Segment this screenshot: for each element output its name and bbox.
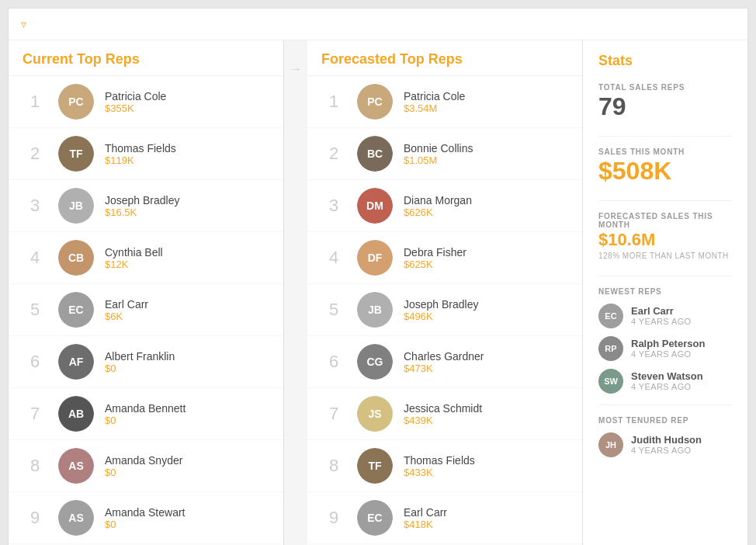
rep-rank: 9 xyxy=(23,508,47,528)
mini-rep-item[interactable]: JH Judith Hudson 4 YEARS AGO xyxy=(598,432,732,457)
rep-name: Earl Carr xyxy=(404,506,568,519)
rep-name: Bonnie Collins xyxy=(404,142,568,154)
rep-name: Thomas Fields xyxy=(404,454,568,467)
avatar: RP xyxy=(598,336,623,361)
avatar: AF xyxy=(58,344,94,380)
rep-rank: 4 xyxy=(321,248,346,268)
list-item[interactable]: 6 AF Albert Franklin $0 xyxy=(9,336,283,388)
middle-panel-title: Forecasted Top Reps xyxy=(321,51,463,67)
rep-rank: 8 xyxy=(321,456,346,476)
avatar: TF xyxy=(357,448,393,484)
filter-icon[interactable]: ▿ xyxy=(21,18,26,30)
rep-name: Ralph Peterson xyxy=(631,338,705,349)
divider-1 xyxy=(598,136,732,137)
list-item[interactable]: 5 JB Joseph Bradley $496K xyxy=(307,284,582,336)
list-item[interactable]: 2 TF Thomas Fields $119K xyxy=(9,128,283,180)
rep-name: Amanda Snyder xyxy=(105,454,269,467)
rep-name: Joseph Bradley xyxy=(404,298,568,311)
rep-rank: 7 xyxy=(321,404,346,424)
rep-name: Cynthia Bell xyxy=(105,246,269,259)
avatar: AS xyxy=(58,500,94,536)
rep-name: Patricia Cole xyxy=(105,90,269,102)
left-panel-title: Current Top Reps xyxy=(23,51,140,67)
rep-name: Earl Carr xyxy=(105,298,269,311)
rep-name: Albert Franklin xyxy=(105,350,269,363)
rep-value: $119K xyxy=(105,154,269,166)
rep-value: $473K xyxy=(404,363,568,374)
middle-panel-header: Forecasted Top Reps xyxy=(307,40,582,76)
mini-rep-item[interactable]: EC Earl Carr 4 YEARS AGO xyxy=(598,304,732,328)
total-sales-reps-label: TOTAL SALES REPS xyxy=(598,83,732,92)
rep-rank: 5 xyxy=(23,300,47,320)
rep-rank: 4 xyxy=(23,248,47,268)
left-panel: Current Top Reps 1 PC Patricia Cole $355… xyxy=(9,40,284,545)
tenured-label: MOST TENURED REP xyxy=(598,416,732,425)
rep-value: $625K xyxy=(404,259,568,270)
rep-value: $0 xyxy=(105,363,269,374)
rep-rank: 9 xyxy=(321,508,346,528)
current-rep-list: 1 PC Patricia Cole $355K 2 TF Thomas Fie… xyxy=(9,76,283,545)
forecasted-sublabel: 128% MORE THAN LAST MONTH xyxy=(598,252,732,260)
rep-sub: 4 YEARS AGO xyxy=(631,382,703,391)
divider-2 xyxy=(598,200,732,201)
divider-3 xyxy=(598,276,732,276)
rep-name: Jessica Schmidt xyxy=(404,402,568,415)
list-item[interactable]: 2 BC Bonnie Collins $1.05M xyxy=(307,128,582,180)
rep-rank: 7 xyxy=(23,404,47,424)
mini-rep-item[interactable]: RP Ralph Peterson 4 YEARS AGO xyxy=(598,336,732,361)
list-item[interactable]: 5 EC Earl Carr $6K xyxy=(9,284,283,336)
rep-rank: 6 xyxy=(23,352,47,372)
list-item[interactable]: 4 CB Cynthia Bell $12K xyxy=(9,232,283,284)
list-item[interactable]: 8 TF Thomas Fields $433K xyxy=(307,440,582,492)
list-item[interactable]: 7 JS Jessica Schmidt $439K xyxy=(307,388,582,440)
rep-rank: 6 xyxy=(321,352,346,372)
list-item[interactable]: 3 JB Joseph Bradley $16.5K xyxy=(9,180,283,232)
rep-rank: 1 xyxy=(23,92,47,112)
rep-name: Diana Morgan xyxy=(404,194,568,207)
avatar: AS xyxy=(58,448,94,484)
list-item[interactable]: 3 DM Diana Morgan $626K xyxy=(307,180,582,232)
list-item[interactable]: 4 DF Debra Fisher $625K xyxy=(307,232,582,284)
rep-value: $433K xyxy=(404,467,568,478)
avatar: BC xyxy=(357,136,393,172)
rep-name: Thomas Fields xyxy=(105,142,269,154)
rep-value: $0 xyxy=(105,467,269,478)
sales-month-block: SALES THIS MONTH $508K xyxy=(598,148,732,185)
rep-rank: 3 xyxy=(321,196,346,216)
avatar: EC xyxy=(58,292,94,328)
avatar: AB xyxy=(58,396,94,432)
rep-name: Debra Fisher xyxy=(404,246,568,259)
forecasted-block: FORECASTED SALES THIS MONTH $10.6M 128% … xyxy=(598,212,732,259)
rep-value: $0 xyxy=(105,415,269,426)
rep-sub: 4 YEARS AGO xyxy=(631,349,705,359)
list-item[interactable]: 8 AS Amanda Snyder $0 xyxy=(9,440,283,492)
list-item[interactable]: 1 PC Patricia Cole $3.54M xyxy=(307,76,582,128)
rep-rank: 2 xyxy=(23,144,47,164)
avatar: SW xyxy=(598,369,623,394)
avatar: CB xyxy=(58,240,94,276)
list-item[interactable]: 9 EC Earl Carr $418K xyxy=(307,492,582,544)
list-item[interactable]: 1 PC Patricia Cole $355K xyxy=(9,76,283,128)
avatar: JB xyxy=(357,292,393,328)
avatar: EC xyxy=(357,500,393,536)
list-item[interactable]: 6 CG Charles Gardner $473K xyxy=(307,336,582,388)
avatar: TF xyxy=(58,136,94,172)
list-item[interactable]: 9 AS Amanda Stewart $0 xyxy=(9,492,283,544)
total-sales-reps-value: 79 xyxy=(598,93,732,120)
arrow-icon: → xyxy=(290,62,302,76)
main-container: ▿ Current Top Reps 1 PC Patricia Cole $3… xyxy=(8,8,748,545)
tenured-rep-list: JH Judith Hudson 4 YEARS AGO xyxy=(598,432,732,457)
avatar: DF xyxy=(357,240,393,276)
avatar: JS xyxy=(357,396,393,432)
rep-value: $3.54M xyxy=(404,102,568,114)
rep-value: $12K xyxy=(105,259,269,270)
rep-value: $355K xyxy=(105,102,269,114)
list-item[interactable]: 7 AB Amanda Bennett $0 xyxy=(9,388,283,440)
left-panel-header: Current Top Reps xyxy=(9,40,283,76)
avatar: JB xyxy=(58,188,94,224)
avatar: PC xyxy=(357,84,393,120)
mini-rep-item[interactable]: SW Steven Watson 4 YEARS AGO xyxy=(598,369,732,394)
rep-name: Steven Watson xyxy=(631,370,703,382)
arrow-separator: → xyxy=(284,40,307,545)
rep-rank: 8 xyxy=(23,456,47,476)
